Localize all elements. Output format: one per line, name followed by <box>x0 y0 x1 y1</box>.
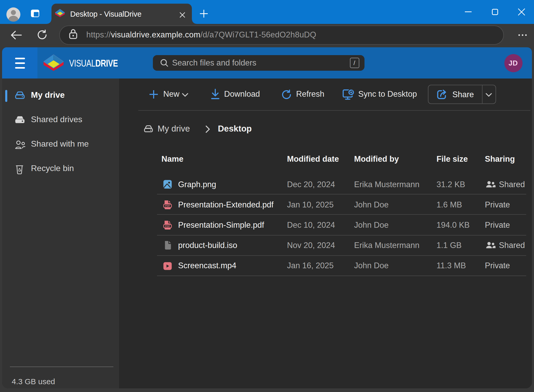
svg-text:PDF: PDF <box>165 204 170 207</box>
svg-text:PDF: PDF <box>165 225 170 227</box>
